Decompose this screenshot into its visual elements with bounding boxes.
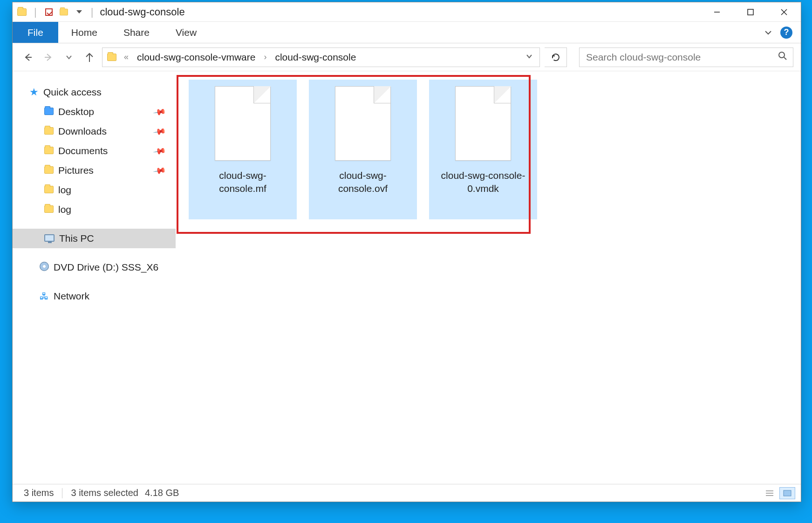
title-bar: | | cloud-swg-console bbox=[13, 2, 801, 22]
folder-icon bbox=[44, 204, 54, 215]
nav-row: « cloud-swg-console-vmware › cloud-swg-c… bbox=[13, 43, 801, 71]
address-folder-icon bbox=[102, 54, 121, 61]
svg-rect-1 bbox=[748, 9, 753, 15]
folder-icon bbox=[44, 145, 54, 156]
sidebar-item-label: Documents bbox=[58, 145, 108, 156]
app-folder-icon bbox=[16, 7, 27, 18]
nav-forward-button[interactable] bbox=[41, 49, 56, 65]
network-icon: 🖧 bbox=[40, 291, 49, 302]
search-icon[interactable] bbox=[778, 51, 787, 63]
file-name: cloud-swg-console.mf bbox=[196, 169, 289, 196]
minimize-button[interactable] bbox=[700, 2, 734, 22]
view-large-icons-button[interactable] bbox=[779, 487, 795, 499]
pin-icon: 📌 bbox=[152, 163, 167, 178]
file-item[interactable]: cloud-swg-console.ovf bbox=[309, 80, 417, 219]
disc-icon bbox=[40, 262, 49, 273]
sidebar-quick-access[interactable]: ★ Quick access bbox=[26, 82, 172, 102]
sidebar-item-label: Pictures bbox=[58, 165, 94, 176]
qat-folder-icon[interactable] bbox=[58, 7, 69, 18]
file-icon bbox=[215, 86, 271, 161]
sidebar-item-label: Network bbox=[54, 291, 89, 302]
qat-properties-icon[interactable] bbox=[43, 7, 55, 18]
pin-icon: 📌 bbox=[152, 124, 167, 139]
sidebar-network[interactable]: 🖧 Network bbox=[26, 286, 172, 306]
folder-icon bbox=[44, 126, 54, 137]
svg-line-8 bbox=[784, 57, 786, 60]
status-selection-size: 4.18 GB bbox=[145, 488, 179, 498]
breadcrumb[interactable]: cloud-swg-console bbox=[269, 52, 362, 63]
status-bar: 3 items 3 items selected 4.18 GB bbox=[13, 484, 801, 502]
tab-share[interactable]: Share bbox=[110, 22, 163, 43]
sidebar-item-documents[interactable]: Documents 📌 bbox=[26, 141, 172, 161]
address-prefix: « bbox=[121, 52, 131, 62]
sidebar-item-label: This PC bbox=[59, 233, 94, 244]
address-bar[interactable]: « cloud-swg-console-vmware › cloud-swg-c… bbox=[102, 48, 540, 67]
folder-icon bbox=[44, 165, 54, 176]
file-view[interactable]: cloud-swg-console.mf cloud-swg-console.o… bbox=[176, 71, 801, 484]
sidebar-item-log[interactable]: log bbox=[26, 200, 172, 219]
view-details-button[interactable] bbox=[762, 487, 778, 499]
breadcrumb[interactable]: cloud-swg-console-vmware bbox=[131, 52, 261, 63]
star-icon: ★ bbox=[29, 86, 39, 98]
status-selection-count: 3 items selected bbox=[71, 488, 138, 498]
sidebar-item-label: Quick access bbox=[43, 87, 102, 98]
sidebar-dvd-drive[interactable]: DVD Drive (D:) SSS_X6 bbox=[26, 258, 172, 277]
tab-view[interactable]: View bbox=[163, 22, 210, 43]
sidebar-item-desktop[interactable]: Desktop 📌 bbox=[26, 102, 172, 122]
ribbon: File Home Share View ? bbox=[13, 22, 801, 43]
ribbon-expand-icon[interactable] bbox=[763, 27, 774, 38]
search-input[interactable] bbox=[585, 51, 774, 63]
sidebar-item-label: log bbox=[58, 184, 71, 196]
nav-up-button[interactable] bbox=[82, 49, 97, 65]
file-icon bbox=[455, 86, 511, 161]
file-item[interactable]: cloud-swg-console-0.vmdk bbox=[429, 80, 537, 219]
folder-icon bbox=[44, 106, 54, 117]
pc-icon bbox=[44, 233, 55, 244]
pin-icon: 📌 bbox=[152, 144, 167, 158]
close-button[interactable] bbox=[767, 2, 801, 22]
svg-point-7 bbox=[779, 52, 785, 58]
pin-icon: 📌 bbox=[152, 105, 167, 119]
svg-rect-12 bbox=[784, 490, 791, 496]
refresh-button[interactable] bbox=[545, 48, 567, 67]
file-name: cloud-swg-console.ovf bbox=[316, 169, 409, 196]
sidebar-item-label: DVD Drive (D:) SSS_X6 bbox=[54, 262, 158, 273]
sidebar-item-label: Downloads bbox=[58, 126, 107, 137]
sidebar-item-label: Desktop bbox=[58, 106, 94, 117]
window-title: cloud-swg-console bbox=[100, 3, 184, 21]
file-icon bbox=[335, 86, 391, 161]
tab-home[interactable]: Home bbox=[58, 22, 110, 43]
status-item-count: 3 items bbox=[24, 488, 54, 498]
help-button[interactable]: ? bbox=[780, 27, 792, 39]
sidebar-item-label: log bbox=[58, 204, 71, 215]
search-box[interactable] bbox=[579, 48, 793, 67]
navigation-pane: ★ Quick access Desktop 📌 Downloads 📌 bbox=[13, 71, 176, 484]
sidebar-this-pc[interactable]: This PC bbox=[13, 229, 176, 248]
explorer-window: | | cloud-swg-console File bbox=[12, 2, 801, 502]
file-name: cloud-swg-console-0.vmdk bbox=[437, 169, 530, 196]
maximize-button[interactable] bbox=[734, 2, 767, 22]
folder-icon bbox=[44, 184, 54, 196]
nav-back-button[interactable] bbox=[20, 49, 36, 65]
nav-recent-button[interactable] bbox=[61, 49, 77, 65]
tab-file[interactable]: File bbox=[13, 22, 58, 43]
qat-customize-icon[interactable] bbox=[73, 7, 84, 18]
file-item[interactable]: cloud-swg-console.mf bbox=[189, 80, 297, 219]
sidebar-item-downloads[interactable]: Downloads 📌 bbox=[26, 122, 172, 141]
chevron-right-icon[interactable]: › bbox=[261, 52, 269, 62]
address-dropdown-icon[interactable] bbox=[519, 53, 539, 62]
sidebar-item-log[interactable]: log bbox=[26, 180, 172, 200]
sidebar-item-pictures[interactable]: Pictures 📌 bbox=[26, 161, 172, 180]
